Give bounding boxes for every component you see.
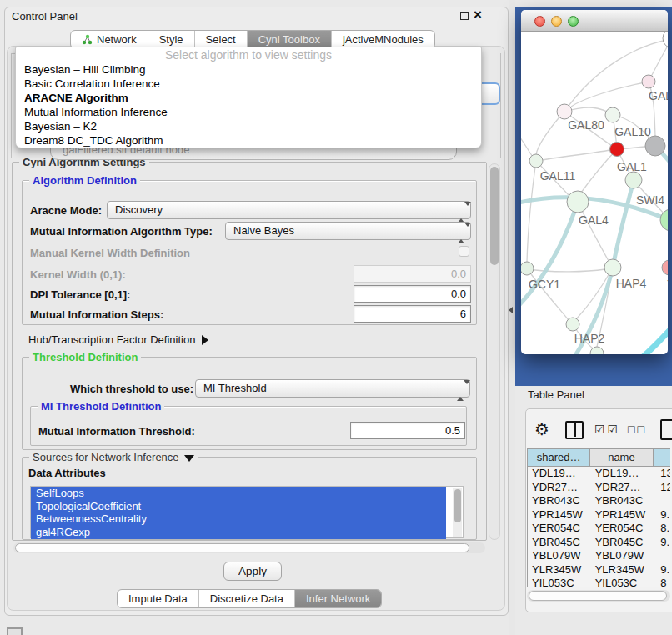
tab-style[interactable]: Style: [148, 31, 194, 48]
node-gal80[interactable]: [557, 104, 572, 119]
manual-kernel-checkbox[interactable]: [459, 246, 469, 257]
tab-select[interactable]: Select: [194, 31, 247, 48]
node-label: GAL10: [614, 125, 651, 138]
cell: YDL19…: [528, 467, 591, 481]
cell: 12: [654, 481, 670, 495]
apply-button[interactable]: Apply: [223, 562, 282, 581]
popup-item-dream8[interactable]: Dream8 DC_TDC Algorithm: [16, 133, 481, 148]
kernel-width-field[interactable]: 0.0: [354, 265, 471, 282]
table-body: YDL19…YDL19…13 YDR27…YDR27…12 YBR043CYBR…: [527, 467, 670, 587]
table-row[interactable]: YDL19…YDL19…13: [528, 467, 670, 481]
zoom-window-icon[interactable]: [568, 16, 579, 27]
gear-icon[interactable]: ⚙: [534, 419, 549, 439]
node-swi4[interactable]: [625, 172, 642, 188]
tab-impute-data-label: Impute Data: [128, 592, 188, 605]
settings-horizontal-scrollbar[interactable]: [13, 542, 485, 553]
mi-steps-field[interactable]: 6: [354, 305, 471, 322]
hub-definition-expander[interactable]: Hub/Transcription Factor Definition: [28, 333, 208, 346]
list-item[interactable]: gal4RGexp: [31, 526, 446, 539]
cell: YER054C: [528, 522, 591, 536]
list-item[interactable]: TopologicalCoefficient: [31, 500, 446, 513]
table-header-row: shared… name A: [527, 448, 670, 467]
node-hap2[interactable]: [566, 318, 579, 331]
aracne-mode-combo[interactable]: Discovery: [107, 201, 471, 219]
tab-infer-network[interactable]: Infer Network: [294, 590, 381, 608]
node-label: HAP2: [574, 332, 605, 345]
node-gal4[interactable]: [567, 191, 589, 212]
node-hap4[interactable]: [604, 259, 621, 276]
network-cyan-edge: [641, 325, 668, 354]
combo-arrows-icon: [458, 225, 464, 238]
node-gal1-selected[interactable]: [610, 142, 624, 157]
node-gcy1[interactable]: [521, 262, 534, 275]
table-row[interactable]: YER054CYER054C8.: [528, 522, 670, 536]
data-attributes-list: SelfLoops TopologicalCoefficient Between…: [30, 486, 464, 538]
tab-network[interactable]: Network: [71, 31, 148, 48]
table-row[interactable]: YBR043CYBR043C: [528, 494, 670, 508]
cell: 9.: [654, 563, 670, 578]
sources-group-title[interactable]: Sources for Network Inference: [29, 451, 198, 463]
node-gal10[interactable]: [605, 108, 620, 122]
tab-impute-data[interactable]: Impute Data: [118, 590, 198, 608]
node[interactable]: [663, 32, 668, 48]
table-row[interactable]: YIL053CYIL053C8: [528, 577, 670, 587]
mi-type-combo[interactable]: Naive Bayes: [225, 222, 471, 240]
table-row[interactable]: YBL079WYBL079W: [528, 549, 670, 563]
column-header-a[interactable]: A: [654, 449, 670, 466]
settings-vertical-thumb[interactable]: [490, 167, 499, 265]
mi-steps-label: Mutual Information Steps:: [30, 308, 163, 321]
list-item[interactable]: BetweennessCentrality: [31, 512, 446, 526]
network-window-titlebar[interactable]: [521, 10, 668, 32]
table-horizontal-scrollbar[interactable]: [527, 590, 670, 602]
divider-collapse-icon[interactable]: [509, 307, 513, 313]
popup-item-bayesian-hill-climbing[interactable]: Bayesian – Hill Climbing: [16, 62, 481, 77]
close-panel-icon[interactable]: ×: [474, 8, 482, 22]
table-horizontal-thumb[interactable]: [529, 591, 667, 601]
column-header-shared[interactable]: shared…: [528, 449, 590, 466]
float-window-icon[interactable]: [460, 12, 469, 20]
table-row[interactable]: YLR345WYLR345W9.: [528, 563, 670, 578]
tab-discretize-data[interactable]: Discretize Data: [198, 590, 294, 608]
node-gray[interactable]: [645, 136, 665, 156]
cell: YDR27…: [591, 481, 654, 495]
tab-jactivemnodules[interactable]: jActiveMNodules: [331, 31, 434, 48]
unchecked-columns-icon[interactable]: □□: [628, 422, 647, 436]
table-row[interactable]: YPR145WYPR145W9.: [528, 508, 670, 522]
document-icon[interactable]: [660, 419, 672, 440]
network-canvas[interactable]: GAL GAL80 GAL10 GAL1 GAL11 SWI4 GAL4 GCY…: [521, 32, 668, 354]
popup-item-bayesian-k2[interactable]: Bayesian – K2: [16, 119, 481, 133]
split-columns-icon[interactable]: [565, 421, 584, 439]
list-scrollbar[interactable]: [453, 488, 462, 538]
settings-vertical-scrollbar[interactable]: [489, 163, 500, 540]
network-view-window[interactable]: GAL GAL80 GAL10 GAL1 GAL11 SWI4 GAL4 GCY…: [521, 10, 668, 354]
panel-divider[interactable]: [509, 0, 515, 635]
list-item[interactable]: SelfLoops: [31, 487, 446, 500]
node-salmon[interactable]: [662, 260, 668, 275]
app-window: Control Panel × Network Style Select Cyn…: [0, 0, 672, 635]
settings-horizontal-thumb[interactable]: [15, 543, 469, 552]
node-green[interactable]: [660, 209, 668, 231]
network-icon: [82, 34, 93, 45]
mi-threshold-field[interactable]: 0.5: [350, 422, 465, 439]
kernel-width-label: Kernel Width (0,1):: [30, 268, 126, 281]
table-row[interactable]: YBR045CYBR045C9.: [528, 536, 670, 550]
node-gal[interactable]: [642, 75, 655, 88]
control-panel-titlebar: [4, 7, 509, 28]
minimized-panel-icon[interactable]: [7, 628, 23, 635]
minimize-window-icon[interactable]: [551, 16, 562, 27]
popup-item-basic-correlation[interactable]: Basic Correlation Inference: [16, 77, 481, 91]
popup-item-aracne[interactable]: ARACNE Algorithm: [16, 91, 481, 105]
cell: YIL053C: [591, 577, 654, 587]
checked-columns-icon[interactable]: ☑☑: [594, 422, 620, 436]
which-threshold-combo[interactable]: MI Threshold: [195, 379, 470, 398]
dpi-tolerance-field[interactable]: 0.0: [354, 285, 471, 302]
node-table: shared… name A YDL19…YDL19…13 YDR27…YDR2…: [527, 448, 670, 587]
table-row[interactable]: YDR27…YDR27…12: [528, 481, 670, 495]
list-scrollbar-thumb[interactable]: [454, 489, 461, 522]
tab-cyni-toolbox[interactable]: Cyni Toolbox: [247, 31, 331, 48]
close-window-icon[interactable]: [534, 16, 545, 27]
column-header-name[interactable]: name: [590, 449, 653, 466]
popup-item-mutual-information[interactable]: Mutual Information Inference: [16, 105, 481, 119]
node-gal11[interactable]: [529, 154, 543, 168]
expander-right-icon: [202, 335, 208, 345]
